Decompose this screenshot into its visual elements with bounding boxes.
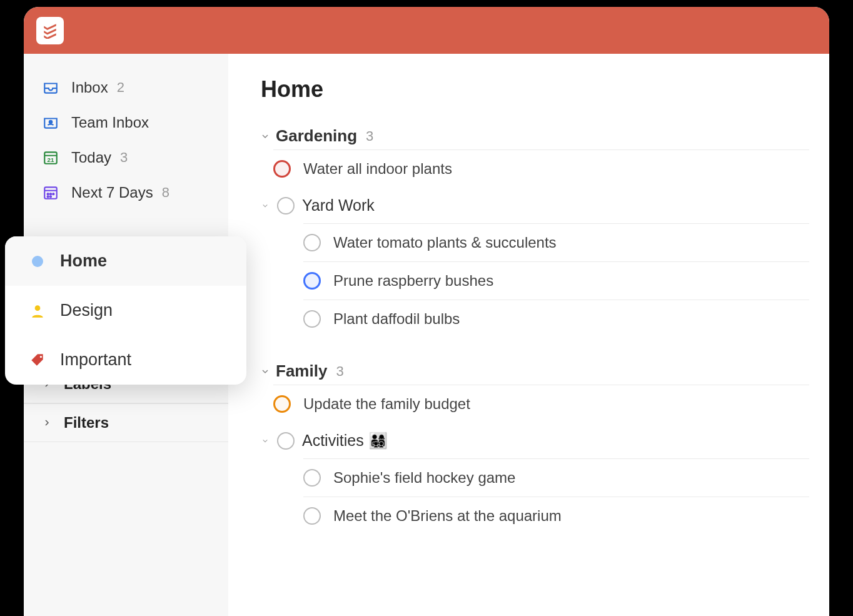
svg-text:21: 21 [48, 156, 54, 163]
section-block-gardening: Gardening 3 Water all indoor plants Yard… [261, 120, 809, 338]
task-row[interactable]: Update the family budget [273, 385, 809, 423]
section-block-family: Family 3 Update the family budget Activi… [261, 355, 809, 535]
svg-point-9 [35, 305, 41, 311]
sidebar-section-filters[interactable]: Filters [24, 403, 228, 442]
section-header[interactable]: Family 3 [261, 355, 809, 385]
page-title: Home [261, 76, 809, 103]
task-list: Update the family budget [261, 385, 809, 423]
person-icon [29, 302, 46, 320]
todoist-logo-icon [42, 23, 58, 39]
calendar-week-icon [43, 184, 59, 201]
task-title: Water tomato plants & succulents [333, 234, 557, 251]
favorite-label: Home [60, 251, 107, 271]
parent-task-row[interactable]: Yard Work [261, 188, 809, 223]
sidebar-item-label: Today [71, 149, 111, 166]
favorite-label: Important [60, 350, 131, 370]
task-row[interactable]: Prune raspberry bushes [303, 261, 809, 300]
task-row[interactable]: Meet the O'Briens at the aquarium [303, 497, 809, 535]
chevron-down-icon [261, 367, 270, 376]
task-title: Sophie's field hockey game [333, 469, 515, 487]
task-checkbox[interactable] [303, 507, 321, 525]
chevron-right-icon [43, 418, 51, 427]
section-title: Gardening [276, 126, 357, 146]
sidebar-item-label: Inbox [71, 79, 108, 96]
svg-point-10 [40, 355, 42, 357]
sidebar-item-inbox[interactable]: Inbox 2 [24, 70, 228, 105]
today-icon: 21 [43, 149, 59, 166]
svg-point-8 [50, 196, 51, 197]
svg-point-7 [48, 196, 49, 197]
section-count: 3 [336, 363, 343, 380]
section-header[interactable]: Gardening 3 [261, 120, 809, 149]
sidebar-item-next7days[interactable]: Next 7 Days 8 [24, 175, 228, 210]
sidebar-item-team-inbox[interactable]: Team Inbox [24, 105, 228, 140]
task-checkbox[interactable] [303, 469, 321, 487]
task-row[interactable]: Water tomato plants & succulents [303, 223, 809, 261]
sidebar-section-label: Filters [64, 414, 109, 432]
section-count: 3 [366, 128, 373, 144]
task-row[interactable]: Water all indoor plants [273, 149, 809, 188]
task-title: Activities 👨‍👩‍👧‍👦 [302, 432, 388, 450]
svg-point-4 [48, 193, 49, 194]
project-color-dot-icon [29, 253, 46, 270]
favorite-item-important[interactable]: Important [5, 335, 246, 385]
task-checkbox[interactable] [273, 395, 291, 413]
task-row[interactable]: Plant daffodil bulbs [303, 300, 809, 338]
sidebar-item-label: Team Inbox [71, 114, 149, 131]
team-inbox-icon [43, 114, 59, 131]
sidebar-item-count: 8 [162, 184, 169, 201]
main-content: Home Gardening 3 Water all indoor plants [228, 54, 829, 616]
favorites-panel: Home Design Important [5, 236, 246, 385]
task-checkbox[interactable] [277, 197, 295, 215]
svg-point-5 [50, 193, 51, 194]
section-title: Family [276, 361, 327, 381]
favorite-label: Design [60, 301, 113, 320]
favorite-item-home[interactable]: Home [5, 236, 246, 286]
chevron-down-icon [261, 132, 270, 141]
task-checkbox[interactable] [303, 234, 321, 251]
sidebar-item-label: Next 7 Days [71, 184, 153, 201]
task-title: Meet the O'Briens at the aquarium [333, 507, 562, 525]
task-checkbox[interactable] [277, 432, 295, 450]
subtask-list: Sophie's field hockey game Meet the O'Br… [291, 458, 809, 535]
task-title: Update the family budget [303, 395, 470, 413]
sidebar-divider [24, 442, 228, 442]
header-bar [24, 7, 829, 54]
app-logo[interactable] [36, 17, 64, 44]
task-checkbox[interactable] [303, 272, 321, 290]
subtask-list: Water tomato plants & succulents Prune r… [291, 223, 809, 338]
sidebar-item-count: 3 [120, 149, 128, 166]
favorite-item-design[interactable]: Design [5, 286, 246, 335]
task-list: Water all indoor plants [261, 149, 809, 188]
parent-task-row[interactable]: Activities 👨‍👩‍👧‍👦 [261, 423, 809, 458]
svg-point-6 [53, 193, 54, 194]
chevron-down-icon [261, 201, 270, 210]
tag-icon [29, 351, 46, 369]
sidebar-item-count: 2 [117, 79, 124, 96]
sidebar-item-today[interactable]: 21 Today 3 [24, 140, 228, 175]
chevron-down-icon [261, 437, 270, 445]
task-checkbox[interactable] [303, 310, 321, 328]
inbox-icon [43, 79, 59, 96]
task-row[interactable]: Sophie's field hockey game [303, 458, 809, 497]
task-title: Plant daffodil bulbs [333, 310, 460, 328]
task-title: Prune raspberry bushes [333, 272, 493, 290]
task-checkbox[interactable] [273, 160, 291, 178]
svg-point-0 [49, 121, 52, 123]
task-title: Yard Work [302, 196, 375, 215]
task-title: Water all indoor plants [303, 160, 452, 178]
